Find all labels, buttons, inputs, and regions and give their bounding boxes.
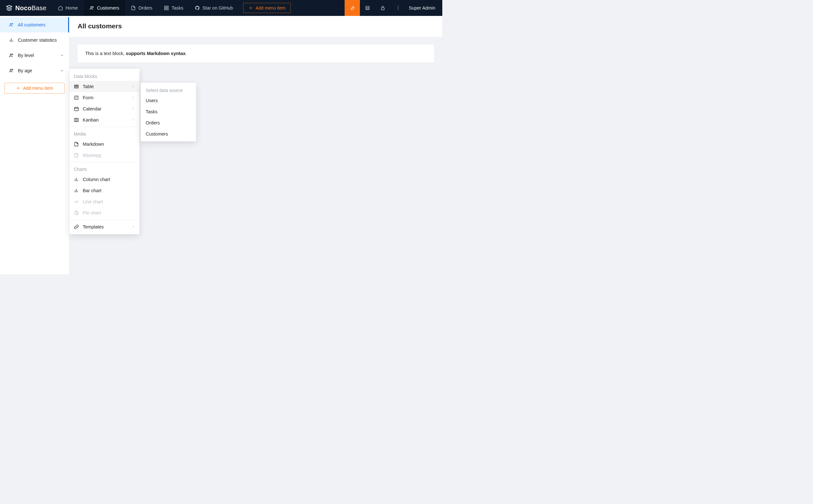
nav-label: Star on GitHub [202,5,233,11]
svg-point-22 [10,69,11,70]
file-icon [131,5,136,11]
add-block-dropdown: Data blocks Table Form [69,69,139,234]
submenu-item-tasks[interactable]: Tasks [141,106,196,117]
submenu-item-users[interactable]: Users [141,95,196,106]
sidebar-label: Customer statistics [18,38,57,43]
svg-point-15 [10,23,11,25]
top-nav: Home Customers Orders Tasks Star on GitH… [52,0,239,16]
dropdown-item-bar-chart[interactable]: Bar chart [69,185,139,196]
dropdown-item-calendar[interactable]: Calendar [69,103,139,114]
nav-tasks[interactable]: Tasks [158,0,189,16]
dropdown-item-table[interactable]: Table [69,81,139,92]
plus-icon [249,6,253,10]
table-icon [74,84,79,89]
nav-label: Orders [138,5,152,11]
users-icon [9,68,14,73]
file-icon [74,142,79,147]
item-label: Column chart [83,177,110,182]
sidebar-item-customer-statistics[interactable]: Customer statistics [0,32,69,48]
dropdown-item-form[interactable]: Form [69,92,139,103]
submenu-item-orders[interactable]: Orders [141,117,196,128]
users-icon [9,22,14,27]
link-icon [74,224,79,229]
dropdown-item-markdown[interactable]: Markdown [69,138,139,150]
button-label: Add menu item [256,5,285,11]
item-label: Templates [83,224,104,229]
item-label: Form [83,95,94,100]
markdown-block: This is a text block, supports Markdown … [78,45,434,62]
svg-rect-5 [167,8,168,10]
markdown-text: This is a text block, [85,51,126,56]
chevron-right-icon [131,107,135,110]
dropdown-item-column-chart[interactable]: Column chart [69,174,139,185]
home-icon [58,5,63,11]
logo-mark-icon [6,4,13,11]
chevron-down-icon [60,69,64,73]
chevron-right-icon [131,96,135,99]
nav-github[interactable]: Star on GitHub [189,0,239,16]
item-label: Wysiwyg [83,153,101,158]
svg-point-21 [12,54,13,55]
item-label: Pie chart [83,210,101,215]
item-label: Kanban [83,117,99,123]
sidebar-add-menu-button[interactable]: Add menu item [4,83,65,94]
user-menu[interactable]: Super Admin [406,0,442,16]
highlighter-button[interactable] [345,0,360,16]
bar-chart-icon [9,38,14,43]
plus-icon [16,86,20,90]
svg-point-0 [91,6,92,8]
nav-orders[interactable]: Orders [125,0,158,16]
brand-logo[interactable]: NocoBase [0,4,52,12]
svg-rect-11 [381,8,384,10]
pie-chart-icon [74,210,79,215]
chevron-right-icon [131,118,135,122]
sidebar-item-all-customers[interactable]: All customers [0,17,69,32]
user-name: Super Admin [409,5,435,11]
top-add-menu-button[interactable]: Add menu item [243,3,291,13]
dropdown-group-label: Data blocks [69,71,139,81]
grid-icon [164,5,169,11]
item-label: Tasks [146,109,158,114]
calendar-icon [74,106,79,111]
select-data-source-submenu: Select data source Users Tasks Orders Cu… [141,83,196,141]
svg-point-16 [12,23,13,24]
markdown-bold: supports Markdown syntax [126,51,186,56]
divider [69,127,139,127]
nav-label: Tasks [172,5,183,11]
dropdown-item-templates[interactable]: Templates [69,221,139,232]
chevron-right-icon [131,225,135,228]
item-label: Markdown [83,142,104,147]
lock-button[interactable] [375,0,390,16]
layout-button[interactable] [360,0,375,16]
sidebar-item-by-level[interactable]: By level [0,48,69,63]
nav-label: Home [66,5,78,11]
svg-point-1 [93,6,94,7]
sidebar-item-by-age[interactable]: By age [0,63,69,78]
chevron-down-icon [60,53,64,57]
dropdown-group-label: Media [69,128,139,138]
svg-point-23 [12,69,13,70]
shell: All customers Customer statistics By lev… [0,16,442,274]
top-right: Super Admin [345,0,442,16]
sidebar-label: By level [18,53,34,58]
users-icon [9,53,14,58]
sidebar-label: By age [18,68,32,73]
svg-point-20 [10,54,11,55]
more-button[interactable] [390,0,406,16]
nav-home[interactable]: Home [52,0,84,16]
dropdown-item-kanban[interactable]: Kanban [69,114,139,125]
nav-customers[interactable]: Customers [84,0,125,16]
submenu-label: Select data source [141,85,196,95]
svg-point-12 [398,6,398,7]
dropdown-group-label: Charts [69,164,139,174]
highlighter-icon [350,5,355,11]
submenu-item-customers[interactable]: Customers [141,128,196,139]
item-label: Users [146,98,158,103]
svg-rect-8 [366,6,369,10]
svg-rect-33 [74,107,78,111]
markdown-tail: . [186,51,187,56]
svg-point-13 [398,8,398,8]
sidebar-label: All customers [18,22,46,27]
divider [69,162,139,162]
svg-rect-3 [167,6,168,8]
